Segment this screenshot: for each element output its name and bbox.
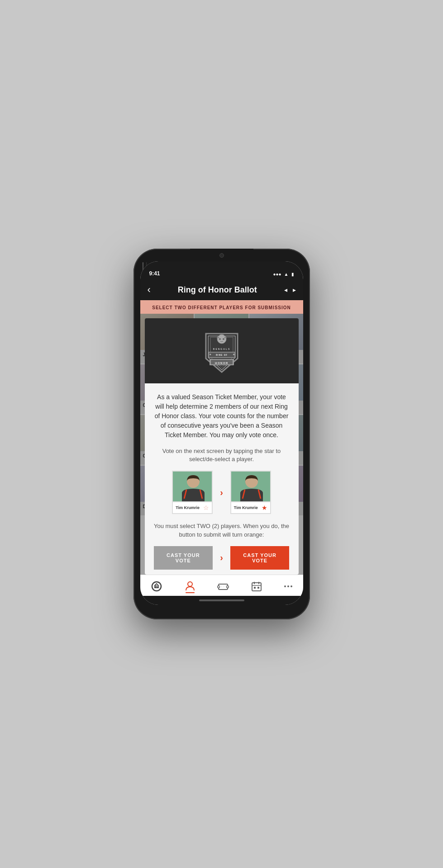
prev-arrow-icon[interactable]: ◂ xyxy=(284,286,287,293)
home-tab-icon: B xyxy=(151,580,162,592)
content-area: Jim B ☆ ☆ ☆ xyxy=(140,314,303,575)
battery-icon: ▮ xyxy=(291,272,294,277)
svg-text:RING OF: RING OF xyxy=(216,354,228,356)
subtitle-text: SELECT TWO DIFFERENT PLAYERS FOR SUBMISS… xyxy=(152,305,291,310)
svg-point-3 xyxy=(219,338,221,340)
home-bar xyxy=(199,599,244,601)
nav-header: ‹ Ring of Honor Ballot ◂ ▸ xyxy=(140,279,303,300)
player-selected-name: Tim Krumrie xyxy=(234,505,258,510)
more-dots-icon xyxy=(284,585,292,587)
modal-card: BENGALS RING OF HONOR ★ xyxy=(145,318,299,575)
svg-text:★: ★ xyxy=(232,353,234,356)
modal-overlay: BENGALS RING OF HONOR ★ xyxy=(140,314,303,575)
vote-button-example: CAST YOUR VOTE › CAST YOUR VOTE xyxy=(154,546,290,570)
roh-logo-svg: BENGALS RING OF HONOR ★ xyxy=(201,329,242,374)
tab-active-indicator xyxy=(186,592,195,593)
tab-profile[interactable] xyxy=(184,580,196,593)
svg-text:HONOR: HONOR xyxy=(215,362,229,364)
phone-device: 9:41 ●●● ▲ ▮ ‹ Ring of Honor Ballot ◂ ▸ … xyxy=(133,249,310,619)
svg-rect-34 xyxy=(257,587,259,589)
player-unselected-star-icon[interactable]: ☆ xyxy=(203,504,209,511)
player-selected-star-icon[interactable]: ★ xyxy=(262,504,267,511)
modal-description: As a valued Season Ticket Member, your v… xyxy=(154,392,290,440)
modal-header: BENGALS RING OF HONOR ★ xyxy=(145,318,299,383)
tickets-tab-icon xyxy=(217,580,229,592)
home-indicator xyxy=(140,596,303,605)
cast-vote-active-button: CAST YOUR VOTE xyxy=(230,546,290,570)
tab-home[interactable]: B xyxy=(151,580,162,592)
next-arrow-icon[interactable]: ▸ xyxy=(293,286,296,293)
selection-arrow-icon: › xyxy=(220,487,223,498)
cast-vote-inactive-button: CAST YOUR VOTE xyxy=(154,546,213,570)
player-unselected-name: Tim Krumrie xyxy=(176,505,200,510)
button-transition-arrow-icon: › xyxy=(220,552,223,563)
svg-point-0 xyxy=(217,335,226,344)
profile-tab-icon xyxy=(184,580,196,591)
tab-bar: B xyxy=(140,575,303,596)
signal-icon: ●●● xyxy=(273,272,281,277)
tab-tickets[interactable] xyxy=(217,580,229,592)
back-button[interactable]: ‹ xyxy=(148,284,151,296)
player-unselected-photo xyxy=(172,471,213,502)
nav-arrows: ◂ ▸ xyxy=(284,286,296,293)
subtitle-banner: SELECT TWO DIFFERENT PLAYERS FOR SUBMISS… xyxy=(140,300,303,314)
svg-point-4 xyxy=(223,338,224,340)
status-time: 9:41 xyxy=(149,270,160,277)
phone-notch xyxy=(190,249,253,261)
tab-more[interactable] xyxy=(284,585,292,587)
tab-schedule[interactable] xyxy=(251,580,262,592)
wifi-icon: ▲ xyxy=(284,272,289,277)
schedule-tab-icon xyxy=(251,580,262,592)
camera xyxy=(219,253,224,258)
svg-point-24 xyxy=(188,582,192,586)
svg-rect-29 xyxy=(252,583,261,591)
player-examples: Tim Krumrie ☆ › xyxy=(154,471,290,514)
svg-text:B: B xyxy=(155,585,158,589)
svg-rect-33 xyxy=(254,587,256,589)
page-title: Ring of Honor Ballot xyxy=(178,285,257,295)
modal-body: As a valued Season Ticket Member, your v… xyxy=(145,383,299,575)
player-unselected-info: Tim Krumrie ☆ xyxy=(172,502,213,514)
phone-screen: 9:41 ●●● ▲ ▮ ‹ Ring of Honor Ballot ◂ ▸ … xyxy=(140,261,303,605)
roh-logo: BENGALS RING OF HONOR ★ xyxy=(201,329,242,374)
player-selected-info: Tim Krumrie ★ xyxy=(230,502,271,514)
svg-text:★: ★ xyxy=(209,353,211,356)
status-icons: ●●● ▲ ▮ xyxy=(273,272,294,277)
svg-text:BENGALS: BENGALS xyxy=(213,348,230,350)
player-card-selected: Tim Krumrie ★ xyxy=(230,471,271,514)
status-bar: 9:41 ●●● ▲ ▮ xyxy=(140,261,303,279)
modal-instruction: Vote on the next screen by tapping the s… xyxy=(154,447,290,463)
vote-instruction: You must select TWO (2) players. When yo… xyxy=(154,522,290,538)
player-selected-photo xyxy=(230,471,271,502)
player-card-unselected: Tim Krumrie ☆ xyxy=(172,471,213,514)
